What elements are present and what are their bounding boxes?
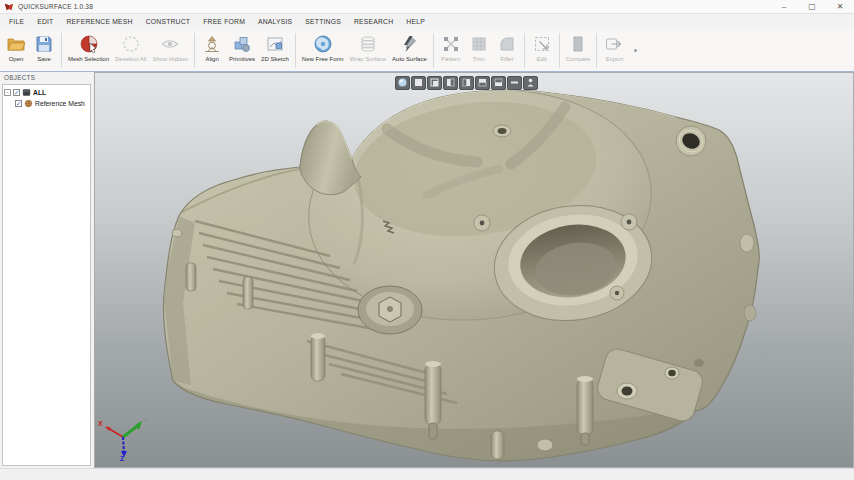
tree-item-all[interactable]: -✓ALL <box>4 87 89 98</box>
save-floppy-icon <box>33 33 55 55</box>
front-view-icon <box>413 77 424 89</box>
reference-mesh-icon <box>24 99 33 108</box>
toolbar-button-label: Save <box>37 56 51 62</box>
minimize-button[interactable]: – <box>770 0 798 14</box>
view-button-back-view[interactable] <box>427 76 442 90</box>
toolbar-button-fillet[interactable]: Fillet <box>493 31 521 70</box>
show-hidden-eye-icon <box>159 33 181 55</box>
view-button-user-view[interactable] <box>523 76 538 90</box>
menu-item-file[interactable]: FILE <box>8 16 25 27</box>
tree-item-label: ALL <box>33 89 46 96</box>
toolbar-separator <box>559 33 560 68</box>
pan-view-icon <box>509 77 520 89</box>
visibility-checkbox[interactable]: ✓ <box>13 89 20 96</box>
toolbar-separator <box>433 33 434 68</box>
edit-icon <box>531 33 553 55</box>
toolbar-group: OpenSave <box>2 31 58 70</box>
group-all-icon <box>22 88 31 97</box>
toolbar-button-label: Deselect All <box>115 56 146 62</box>
toolbar-button-2d-sketch[interactable]: 2D Sketch <box>258 31 292 70</box>
window-title: QUICKSURFACE 1.0.38 <box>18 3 93 10</box>
user-view-icon <box>525 77 536 89</box>
mesh-selection-icon <box>78 33 100 55</box>
toolbar-button-label: Mesh Selection <box>68 56 109 62</box>
axis-y-label: Y <box>143 417 148 424</box>
toolbar-separator <box>524 33 525 68</box>
menu-item-settings[interactable]: SETTINGS <box>304 16 342 27</box>
status-bar <box>0 468 854 480</box>
toolbar-group: Mesh SelectionDeselect AllShow Hidden <box>65 31 191 70</box>
toolbar-overflow-icon[interactable] <box>634 49 637 52</box>
view-button-orbit-view[interactable] <box>395 76 410 90</box>
toolbar-button-export[interactable]: Export <box>600 31 628 70</box>
title-bar: QUICKSURFACE 1.0.38 – ▢ ✕ <box>0 0 854 14</box>
view-button-left-view[interactable] <box>443 76 458 90</box>
view-button-pan-view[interactable] <box>507 76 522 90</box>
toolbar-group: Compare <box>563 31 594 70</box>
trim-icon <box>468 33 490 55</box>
view-button-right-view[interactable] <box>459 76 474 90</box>
toolbar-button-primitives[interactable]: Primitives <box>226 31 258 70</box>
toolbar-separator <box>295 33 296 68</box>
toolbar-button-label: Auto Surface <box>392 56 427 62</box>
auto-surface-icon <box>398 33 420 55</box>
maximize-button[interactable]: ▢ <box>798 0 826 14</box>
toolbar-group: PatternTrimFillet <box>437 31 521 70</box>
axis-triad: X Y Z <box>97 409 149 461</box>
toolbar-button-pattern[interactable]: Pattern <box>437 31 465 70</box>
toolbar-button-show-hidden[interactable]: Show Hidden <box>149 31 191 70</box>
left-view-icon <box>445 77 456 89</box>
tree-item-reference-mesh[interactable]: ✓Reference Mesh <box>4 98 89 109</box>
primitives-icon <box>231 33 253 55</box>
toolbar-group: New Free FormWrap SurfaceAuto Surface <box>299 31 430 70</box>
axis-x-label: X <box>98 420 103 427</box>
toolbar-button-mesh-selection[interactable]: Mesh Selection <box>65 31 112 70</box>
toolbar-button-label: Open <box>9 56 24 62</box>
menu-item-free-form[interactable]: FREE FORM <box>202 16 246 27</box>
toolbar-button-open[interactable]: Open <box>2 31 30 70</box>
menu-item-construct[interactable]: CONSTRUCT <box>145 16 191 27</box>
toolbar-button-trim[interactable]: Trim <box>465 31 493 70</box>
right-view-icon <box>461 77 472 89</box>
main-toolbar: OpenSaveMesh SelectionDeselect AllShow H… <box>0 29 854 72</box>
pattern-icon <box>440 33 462 55</box>
objects-panel-header: OBJECTS <box>0 72 93 83</box>
toolbar-button-auto-surface[interactable]: Auto Surface <box>389 31 430 70</box>
menu-item-analysis[interactable]: ANALYSIS <box>257 16 293 27</box>
sketch-2d-icon <box>264 33 286 55</box>
toolbar-button-align[interactable]: Align <box>198 31 226 70</box>
visibility-checkbox[interactable]: ✓ <box>15 100 22 107</box>
toolbar-button-save[interactable]: Save <box>30 31 58 70</box>
app-logo-icon <box>4 2 14 12</box>
toolbar-button-compare[interactable]: Compare <box>563 31 594 70</box>
toolbar-button-label: Show Hidden <box>152 56 188 62</box>
menu-item-edit[interactable]: EDIT <box>36 16 54 27</box>
toolbar-group: AlignPrimitives2D Sketch <box>198 31 292 70</box>
align-icon <box>201 33 223 55</box>
toolbar-button-label: 2D Sketch <box>261 56 289 62</box>
3d-viewport[interactable]: X Y Z <box>94 72 854 468</box>
tree-expander-icon[interactable]: - <box>4 89 11 96</box>
toolbar-button-new-free-form[interactable]: New Free Form <box>299 31 347 70</box>
toolbar-button-label: Wrap Surface <box>349 56 386 62</box>
new-free-form-icon <box>312 33 334 55</box>
menu-item-help[interactable]: HELP <box>405 16 426 27</box>
tree-item-label: Reference Mesh <box>35 100 85 107</box>
back-view-icon <box>429 77 440 89</box>
toolbar-button-label: Pattern <box>441 56 460 62</box>
view-button-bottom-view[interactable] <box>491 76 506 90</box>
axis-z-label: Z <box>120 455 125 461</box>
toolbar-button-edit[interactable]: Edit <box>528 31 556 70</box>
close-button[interactable]: ✕ <box>826 0 854 14</box>
view-button-top-view[interactable] <box>475 76 490 90</box>
toolbar-button-label: Edit <box>537 56 547 62</box>
view-button-front-view[interactable] <box>411 76 426 90</box>
menu-item-research[interactable]: RESEARCH <box>353 16 394 27</box>
toolbar-button-deselect-all[interactable]: Deselect All <box>112 31 149 70</box>
3d-model-engine-cover[interactable] <box>95 73 853 467</box>
toolbar-button-label: Primitives <box>229 56 255 62</box>
toolbar-button-wrap-surface[interactable]: Wrap Surface <box>346 31 389 70</box>
menu-item-reference-mesh[interactable]: REFERENCE MESH <box>65 16 133 27</box>
orbit-view-icon <box>397 77 408 89</box>
view-orientation-toolbar <box>395 76 538 90</box>
